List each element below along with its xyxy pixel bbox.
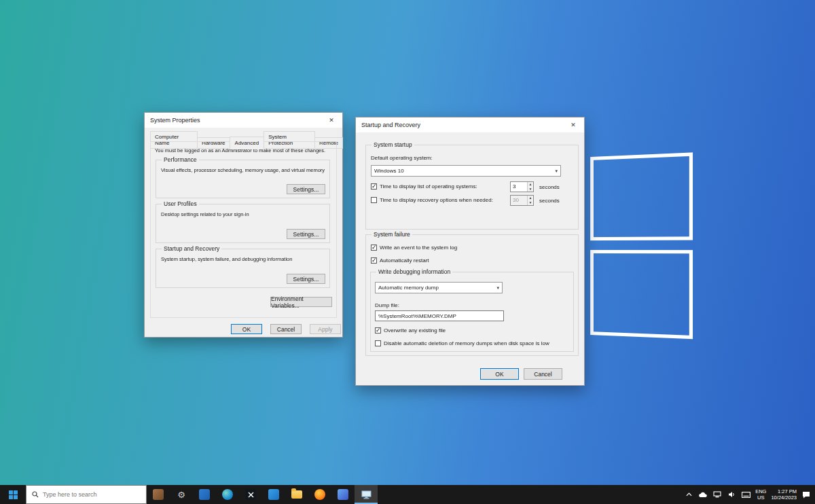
display-list-value: 3: [511, 182, 527, 192]
startup-recovery-settings-button[interactable]: Settings...: [287, 274, 325, 284]
write-debugging-legend: Write debugging information: [376, 268, 452, 275]
language-indicator[interactable]: ENG US: [755, 488, 766, 501]
disable-deletion-label: Disable automatic deletion of memory dum…: [384, 340, 549, 346]
windows-logo-pane: [590, 250, 693, 339]
checkbox-unchecked-icon: [375, 340, 381, 346]
checkbox-checked-icon: [375, 327, 381, 334]
system-properties-dialog: System Properties ✕ Computer Name Hardwa…: [144, 112, 343, 338]
close-icon[interactable]: ✕: [326, 117, 337, 124]
x-app-icon[interactable]: [239, 485, 262, 504]
dump-file-label: Dump file:: [375, 302, 399, 308]
recovery-options-spinner[interactable]: 30 ▲▼: [510, 195, 534, 206]
display-list-unit: seconds: [539, 184, 560, 190]
horse-image-icon[interactable]: [147, 485, 170, 504]
auto-restart-checkbox[interactable]: Automatically restart: [371, 257, 429, 264]
user-profiles-group: User Profiles Desktop settings related t…: [156, 204, 330, 243]
recovery-options-value: 30: [511, 196, 527, 205]
chevron-up-icon[interactable]: [684, 490, 693, 499]
recovery-options-unit: seconds: [539, 198, 560, 204]
overwrite-checkbox[interactable]: Overwrite any existing file: [375, 327, 446, 334]
dump-file-input[interactable]: [375, 310, 504, 321]
performance-legend: Performance: [162, 156, 199, 163]
system-failure-legend: System failure: [372, 231, 412, 238]
advanced-tab-panel: You must be logged on as an Administrato…: [150, 141, 337, 318]
recovery-options-checkbox[interactable]: Time to display recovery options when ne…: [371, 197, 493, 203]
checkbox-unchecked-icon: [371, 197, 377, 203]
performance-description: Visual effects, processor scheduling, me…: [161, 167, 327, 173]
spinner-down-icon[interactable]: ▼: [528, 187, 533, 192]
spinner-up-icon[interactable]: ▲: [528, 182, 533, 187]
default-os-select[interactable]: Windows 10 ▾: [371, 165, 561, 177]
volume-icon[interactable]: [727, 490, 736, 499]
performance-group: Performance Visual effects, processor sc…: [156, 160, 330, 198]
disable-deletion-checkbox[interactable]: Disable automatic deletion of memory dum…: [375, 340, 549, 346]
folder-shape: [291, 490, 302, 499]
start-button[interactable]: [0, 485, 26, 504]
photos-icon[interactable]: [331, 485, 355, 504]
language-line2: US: [755, 494, 766, 501]
search-icon: [32, 491, 39, 498]
chevron-down-icon: ▾: [555, 168, 558, 174]
startup-recovery-titlebar[interactable]: Startup and Recovery ✕: [356, 118, 584, 132]
horse-thumbnail: [153, 489, 164, 500]
auto-restart-label: Automatically restart: [380, 257, 429, 264]
taskbar-search[interactable]: [26, 485, 147, 504]
windows-logo-pane: [590, 152, 693, 240]
debug-type-select[interactable]: Automatic memory dump ▾: [375, 282, 503, 293]
spinner-up-icon[interactable]: ▲: [528, 196, 533, 200]
overwrite-label: Overwrite any existing file: [384, 327, 446, 334]
spinner-down-icon[interactable]: ▼: [528, 200, 533, 205]
dialog-title: System Properties: [150, 117, 200, 124]
startup-and-recovery-dialog: Startup and Recovery ✕ System startup De…: [355, 117, 585, 386]
display-list-spinner[interactable]: 3 ▲▼: [510, 181, 534, 192]
write-event-label: Write an event to the system log: [380, 245, 457, 251]
settings-gear-icon[interactable]: ⚙: [170, 485, 193, 504]
display-list-checkbox[interactable]: Time to display list of operating system…: [371, 183, 477, 190]
system-startup-legend: System startup: [372, 141, 414, 148]
vscode-icon[interactable]: [262, 485, 285, 504]
cancel-button[interactable]: Cancel: [270, 324, 302, 334]
system-properties-taskbar-button[interactable]: [355, 485, 378, 504]
apply-button[interactable]: Apply: [310, 324, 341, 334]
performance-settings-button[interactable]: Settings...: [287, 184, 325, 194]
tab-advanced[interactable]: Advanced: [230, 137, 265, 149]
ok-button[interactable]: OK: [480, 368, 519, 380]
user-profiles-settings-button[interactable]: Settings...: [287, 229, 325, 239]
cancel-button[interactable]: Cancel: [524, 368, 562, 380]
system-failure-group: System failure Write an event to the sys…: [365, 234, 579, 356]
write-event-checkbox[interactable]: Write an event to the system log: [371, 245, 457, 251]
startup-recovery-description: System startup, system failure, and debu…: [161, 256, 327, 262]
language-line1: ENG: [755, 488, 766, 494]
close-icon[interactable]: ✕: [568, 122, 579, 128]
action-center-icon[interactable]: [801, 490, 811, 499]
recovery-options-label: Time to display recovery options when ne…: [380, 197, 493, 203]
ok-button[interactable]: OK: [231, 324, 262, 334]
spinner-buttons[interactable]: ▲▼: [527, 196, 533, 205]
default-os-value: Windows 10: [374, 168, 404, 174]
edge-icon[interactable]: [216, 485, 239, 504]
environment-variables-button[interactable]: Environment Variables...: [270, 297, 332, 307]
search-input[interactable]: [43, 491, 131, 498]
chevron-down-icon: ▾: [496, 285, 499, 291]
user-profiles-legend: User Profiles: [162, 200, 199, 207]
display-list-label: Time to display list of operating system…: [380, 183, 477, 190]
screen: System Properties ✕ Computer Name Hardwa…: [0, 0, 815, 504]
dialog-title: Startup and Recovery: [361, 122, 420, 128]
startup-recovery-legend: Startup and Recovery: [162, 245, 221, 252]
clock-time: 1:27 PM: [771, 488, 797, 494]
file-explorer-icon[interactable]: [285, 485, 308, 504]
checkbox-checked-icon: [371, 183, 377, 190]
spinner-buttons[interactable]: ▲▼: [527, 182, 533, 192]
network-icon[interactable]: [712, 490, 722, 499]
checkbox-checked-icon: [371, 257, 377, 264]
touch-keyboard-icon[interactable]: [741, 490, 750, 499]
debug-type-value: Automatic memory dump: [378, 285, 439, 291]
onedrive-cloud-icon[interactable]: [698, 490, 708, 499]
user-profiles-description: Desktop settings related to your sign-in: [161, 211, 327, 217]
system-properties-titlebar[interactable]: System Properties ✕: [145, 113, 342, 128]
windows-start-icon: [9, 490, 18, 499]
taskbar-clock[interactable]: 1:27 PM 10/24/2023: [771, 488, 797, 501]
app-icon-blue[interactable]: [193, 485, 216, 504]
computer-icon: [361, 490, 372, 499]
firefox-icon[interactable]: [308, 485, 331, 504]
